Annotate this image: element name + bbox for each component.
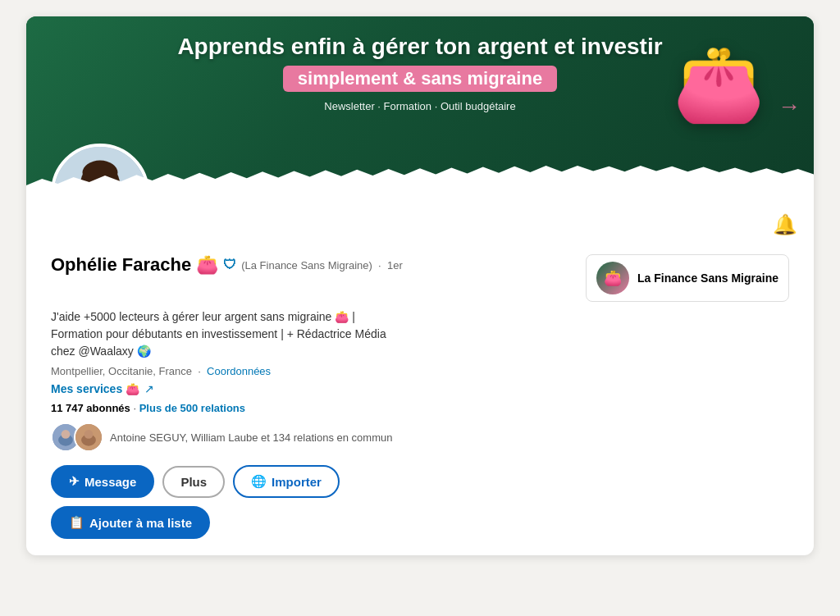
banner-title-line1: Apprends enfin à gérer ton argent et inv…: [105, 33, 735, 61]
profile-main-content: 🔔 Ophélie Farache 👛 🛡 (La Finance Sans M…: [26, 197, 814, 555]
bell-icon-wrapper[interactable]: 🔔: [773, 213, 797, 236]
profile-name: Ophélie Farache 👛 🛡 (La Finance Sans Mig…: [51, 254, 586, 276]
import-icon: 🌐: [251, 474, 267, 489]
external-link-icon[interactable]: ↗: [144, 382, 154, 395]
mutual-connections: Antoine SEGUY, William Laube et 134 rela…: [51, 422, 789, 452]
profile-banner[interactable]: Apprends enfin à gérer ton argent et inv…: [26, 16, 814, 197]
banner-purse-emoji: 👛: [673, 41, 765, 127]
profile-header-row: Ophélie Farache 👛 🛡 (La Finance Sans Mig…: [51, 254, 789, 302]
banner-tagline: Newsletter · Formation · Outil budgétair…: [105, 100, 735, 112]
mutual-text: Antoine SEGUY, William Laube et 134 rela…: [110, 431, 392, 444]
banner-text-block: Apprends enfin à gérer ton argent et inv…: [105, 33, 735, 112]
svg-point-11: [84, 430, 94, 439]
banner-title-line2: simplement & sans migraine: [283, 66, 557, 92]
followers-count: 11 747 abonnés: [51, 402, 130, 414]
verified-icon: 🛡: [223, 258, 236, 272]
action-buttons-row2: 📋 Ajouter à ma liste: [51, 506, 789, 539]
name-emoji: 👛: [196, 254, 218, 276]
import-button[interactable]: 🌐 Importer: [233, 465, 340, 498]
profile-headline: J'aide +5000 lecteurs à gérer leur argen…: [51, 308, 510, 360]
page-link[interactable]: 👛 La Finance Sans Migraine: [586, 254, 789, 302]
mutual-avatar-2: [74, 422, 103, 452]
coordinates-link[interactable]: Coordonnées: [207, 365, 271, 377]
mutual-avatars: [51, 422, 103, 452]
profile-name-section: Ophélie Farache 👛 🛡 (La Finance Sans Mig…: [51, 254, 586, 276]
banner-arrow-icon[interactable]: →: [778, 94, 801, 120]
message-button[interactable]: ✈ Message: [51, 465, 154, 498]
location-row: Montpellier, Occitanie, France · Coordon…: [51, 365, 789, 377]
message-icon: ✈: [69, 474, 80, 489]
connections-link[interactable]: Plus de 500 relations: [139, 402, 245, 414]
followers-row: 11 747 abonnés · Plus de 500 relations: [51, 402, 789, 414]
followers-separator: ·: [133, 402, 139, 414]
add-to-list-button[interactable]: 📋 Ajouter à ma liste: [51, 506, 210, 539]
profile-card: Apprends enfin à gérer ton argent et inv…: [26, 16, 814, 555]
profile-picture[interactable]: [51, 144, 149, 197]
svg-point-8: [62, 430, 71, 439]
action-buttons-row1: ✈ Message Plus 🌐 Importer: [51, 465, 789, 498]
page-name-label: La Finance Sans Migraine: [637, 271, 778, 285]
plus-button[interactable]: Plus: [162, 466, 225, 498]
page-avatar: 👛: [596, 262, 629, 294]
location-text: Montpellier, Occitanie, France: [51, 365, 192, 377]
add-to-list-icon: 📋: [69, 515, 84, 530]
notification-bell-icon[interactable]: 🔔: [773, 213, 797, 235]
services-link[interactable]: Mes services 👛: [51, 382, 139, 395]
services-row: Mes services 👛 ↗: [51, 382, 789, 395]
profile-picture-wrapper: [51, 144, 149, 197]
name-text: Ophélie Farache: [51, 254, 191, 276]
page-name-badge: (La Finance Sans Migraine) · 1er: [241, 259, 403, 271]
